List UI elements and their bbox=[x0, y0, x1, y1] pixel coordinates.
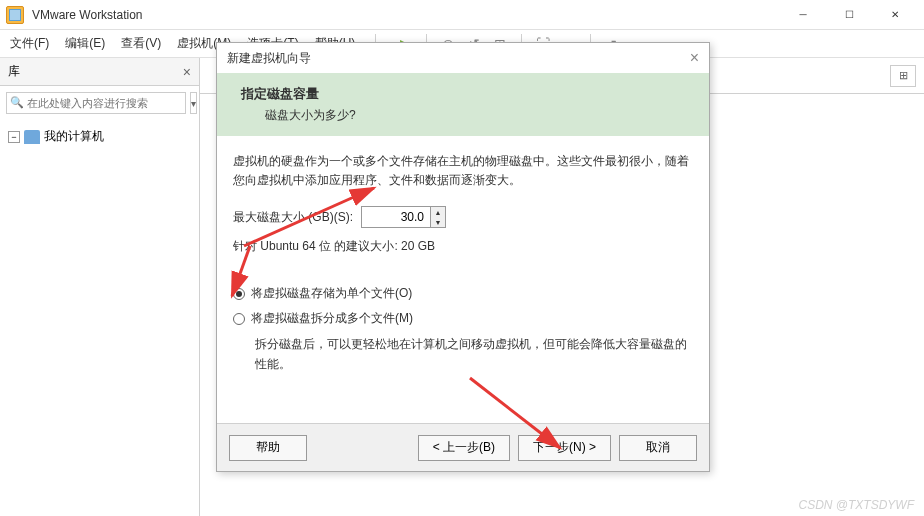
menu-view[interactable]: 查看(V) bbox=[121, 35, 161, 52]
spinner-down-icon[interactable]: ▼ bbox=[431, 217, 445, 227]
size-row: 最大磁盘大小 (GB)(S): ▲ ▼ bbox=[233, 206, 693, 228]
back-button[interactable]: < 上一步(B) bbox=[418, 435, 510, 461]
view-mode-button[interactable]: ⊞ bbox=[890, 65, 916, 87]
radio-split-label: 将虚拟磁盘拆分成多个文件(M) bbox=[251, 310, 413, 327]
dialog-titlebar: 新建虚拟机向导 × bbox=[217, 43, 709, 73]
radio-single-label: 将虚拟磁盘存储为单个文件(O) bbox=[251, 285, 412, 302]
spinner-up-icon[interactable]: ▲ bbox=[431, 207, 445, 217]
search-icon: 🔍 bbox=[10, 96, 24, 109]
dialog-footer: 帮助 < 上一步(B) 下一步(N) > 取消 bbox=[217, 423, 709, 471]
radio-single-file[interactable]: 将虚拟磁盘存储为单个文件(O) bbox=[233, 285, 693, 302]
radio-help-text: 拆分磁盘后，可以更轻松地在计算机之间移动虚拟机，但可能会降低大容量磁盘的性能。 bbox=[255, 335, 693, 373]
app-title: VMware Workstation bbox=[32, 8, 142, 22]
watermark: CSDN @TXTSDYWF bbox=[798, 498, 914, 512]
radio-icon[interactable] bbox=[233, 288, 245, 300]
search-input[interactable] bbox=[6, 92, 186, 114]
dialog-close-icon[interactable]: × bbox=[690, 49, 699, 67]
tree-toggle-icon[interactable]: − bbox=[8, 131, 20, 143]
next-button[interactable]: 下一步(N) > bbox=[518, 435, 611, 461]
tree: − 我的计算机 bbox=[0, 120, 199, 153]
banner-title: 指定磁盘容量 bbox=[241, 85, 685, 103]
banner-subtitle: 磁盘大小为多少? bbox=[265, 107, 685, 124]
search-dropdown[interactable]: ▾ bbox=[190, 92, 197, 114]
tree-root-item[interactable]: − 我的计算机 bbox=[8, 126, 191, 147]
title-bar: VMware Workstation ─ ☐ ✕ bbox=[0, 0, 924, 30]
close-button[interactable]: ✕ bbox=[872, 1, 918, 29]
cancel-button[interactable]: 取消 bbox=[619, 435, 697, 461]
window-controls: ─ ☐ ✕ bbox=[780, 1, 918, 29]
menu-edit[interactable]: 编辑(E) bbox=[65, 35, 105, 52]
tree-root-label: 我的计算机 bbox=[44, 128, 104, 145]
sidebar: 库 × 🔍 ▾ − 我的计算机 bbox=[0, 58, 200, 516]
dialog-description: 虚拟机的硬盘作为一个或多个文件存储在主机的物理磁盘中。这些文件最初很小，随着您向… bbox=[233, 152, 693, 190]
max-size-label: 最大磁盘大小 (GB)(S): bbox=[233, 209, 353, 226]
app-icon bbox=[6, 6, 24, 24]
dialog-banner: 指定磁盘容量 磁盘大小为多少? bbox=[217, 73, 709, 136]
dialog-title: 新建虚拟机向导 bbox=[227, 50, 311, 67]
maximize-button[interactable]: ☐ bbox=[826, 1, 872, 29]
help-button[interactable]: 帮助 bbox=[229, 435, 307, 461]
computer-icon bbox=[24, 130, 40, 144]
dialog-body: 虚拟机的硬盘作为一个或多个文件存储在主机的物理磁盘中。这些文件最初很小，随着您向… bbox=[217, 136, 709, 423]
wizard-dialog: 新建虚拟机向导 × 指定磁盘容量 磁盘大小为多少? 虚拟机的硬盘作为一个或多个文… bbox=[216, 42, 710, 472]
recommended-text: 针对 Ubuntu 64 位 的建议大小: 20 GB bbox=[233, 238, 693, 255]
minimize-button[interactable]: ─ bbox=[780, 1, 826, 29]
sidebar-title: 库 bbox=[8, 63, 20, 80]
radio-split-files[interactable]: 将虚拟磁盘拆分成多个文件(M) bbox=[233, 310, 693, 327]
search-row: 🔍 ▾ bbox=[0, 86, 199, 120]
size-input[interactable] bbox=[362, 207, 430, 227]
sidebar-header: 库 × bbox=[0, 58, 199, 86]
size-spinner[interactable]: ▲ ▼ bbox=[361, 206, 446, 228]
radio-icon[interactable] bbox=[233, 313, 245, 325]
menu-file[interactable]: 文件(F) bbox=[10, 35, 49, 52]
sidebar-close-icon[interactable]: × bbox=[183, 64, 191, 80]
